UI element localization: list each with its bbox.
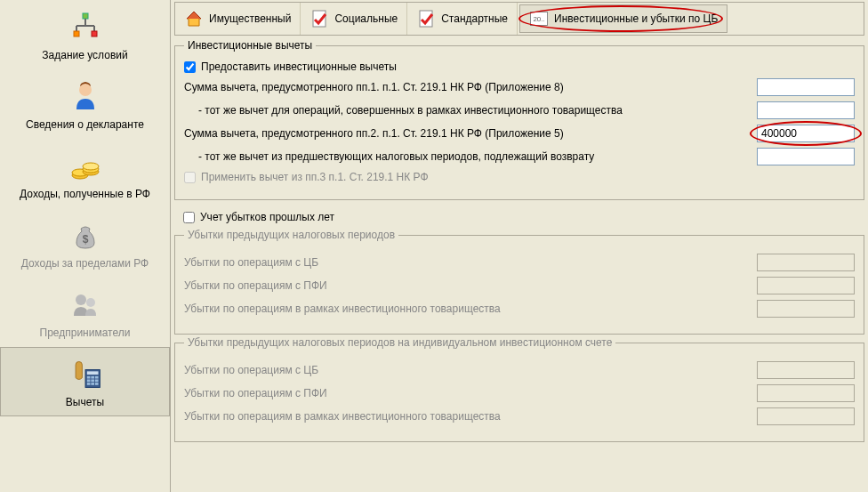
tab-label: Стандартные	[441, 12, 508, 25]
apply-pp3-checkbox	[184, 172, 196, 183]
loss-cb-input	[757, 361, 855, 379]
content: Инвестиционные вычеты Предоставить инвес…	[171, 37, 868, 492]
sidebar-item-conditions[interactable]: Задание условий	[0, 0, 170, 69]
sidebar-label: Доходы за пределами РФ	[21, 257, 149, 270]
svg-rect-24	[86, 383, 90, 385]
row2-label: Сумма вычета, предусмотренного пп.2. п.1…	[184, 127, 750, 140]
losses-group2: Убытки предыдущих налоговых периодов на …	[174, 336, 864, 442]
deductions-icon	[68, 357, 103, 392]
tab-investments[interactable]: 20.. Инвестиционные и убытки по ЦБ	[519, 4, 727, 33]
checkbox-label: Применить вычет из пп.3 п.1. Ст. 219.1 Н…	[201, 171, 429, 183]
tab-label: Имущественный	[209, 12, 291, 25]
row1-sub-input[interactable]	[757, 101, 855, 119]
sidebar-label: Сведения о декларанте	[26, 118, 144, 131]
house-icon	[184, 9, 204, 28]
apply-pp3-check: Применить вычет из пп.3 п.1. Ст. 219.1 Н…	[184, 171, 855, 183]
sidebar-label: Доходы, полученные в РФ	[20, 188, 150, 200]
main: Имущественный Социальные Стандартные 20.…	[171, 0, 868, 492]
svg-rect-19	[91, 376, 94, 379]
money-bag-icon: $	[68, 218, 103, 254]
loss-pfi-label: Убытки по операциям с ПФИ	[184, 279, 750, 292]
row2-input[interactable]	[757, 125, 855, 142]
tab-label: Социальные	[334, 12, 398, 25]
sidebar-label: Задание условий	[42, 49, 127, 61]
loss-cb-label: Убытки по операциям с ЦБ	[184, 256, 750, 269]
svg-point-12	[83, 163, 99, 170]
svg-rect-23	[94, 379, 98, 382]
svg-rect-25	[91, 383, 94, 385]
svg-rect-26	[94, 383, 98, 385]
provide-deductions-check[interactable]: Предоставить инвестиционные вычеты	[184, 60, 855, 73]
svg-rect-6	[92, 31, 97, 36]
svg-rect-0	[83, 13, 88, 19]
group-legend: Убытки предыдущих налоговых периодов	[184, 229, 398, 241]
check-doc-icon	[416, 9, 436, 28]
invest-deductions-group: Инвестиционные вычеты Предоставить инвес…	[174, 39, 864, 200]
svg-rect-18	[86, 376, 90, 379]
checkbox-label: Учет убытков прошлых лет	[200, 211, 334, 223]
person-icon	[68, 79, 103, 115]
svg-rect-21	[86, 379, 90, 382]
row1-input[interactable]	[757, 78, 855, 96]
loss-partnership-label: Убытки по операциям в рамках инвестицион…	[184, 410, 750, 423]
conditions-icon	[68, 10, 103, 45]
sidebar-label: Предприниматели	[40, 327, 131, 339]
row2-sub-input[interactable]	[757, 148, 855, 165]
sidebar-item-entrepreneurs[interactable]: Предприниматели	[0, 278, 170, 347]
loss-partnership-input	[757, 407, 855, 425]
checkbox-label: Предоставить инвестиционные вычеты	[201, 60, 397, 73]
sidebar-item-deductions[interactable]: Вычеты	[0, 347, 170, 416]
loss-pfi-input	[757, 384, 855, 402]
svg-point-15	[86, 298, 95, 307]
coins-icon	[68, 149, 103, 184]
chart-icon: 20..	[529, 9, 549, 28]
loss-pfi-label: Убытки по операциям с ПФИ	[184, 387, 750, 399]
sidebar-item-income-rf[interactable]: Доходы, полученные в РФ	[0, 139, 170, 208]
people-icon	[68, 287, 103, 323]
tab-standard[interactable]: Стандартные	[407, 3, 518, 35]
loss-cb-input	[757, 254, 855, 271]
tab-property[interactable]: Имущественный	[175, 3, 301, 35]
loss-partnership-input	[757, 300, 855, 318]
row1-label: Сумма вычета, предусмотренного пп.1. п.1…	[184, 81, 750, 93]
account-losses-check[interactable]: Учет убытков прошлых лет	[183, 211, 864, 223]
tab-label: Инвестиционные и убытки по ЦБ	[554, 12, 718, 25]
svg-rect-17	[86, 371, 98, 375]
sidebar-item-income-foreign[interactable]: $ Доходы за пределами РФ	[0, 208, 170, 278]
svg-rect-20	[94, 376, 98, 379]
loss-partnership-label: Убытки по операциям в рамках инвестицион…	[184, 302, 750, 315]
losses-group1: Убытки предыдущих налоговых периодов Убы…	[174, 229, 864, 335]
sidebar-item-declarant[interactable]: Сведения о декларанте	[0, 69, 170, 139]
group-legend: Инвестиционные вычеты	[184, 39, 316, 52]
provide-checkbox[interactable]	[184, 61, 196, 73]
group-legend: Убытки предыдущих налоговых периодов на …	[184, 336, 615, 349]
account-losses-checkbox[interactable]	[183, 212, 195, 223]
row2-sub-label: - тот же вычет из предшествующих налогов…	[198, 150, 750, 163]
tab-social[interactable]: Социальные	[301, 3, 407, 35]
toolbar: Имущественный Социальные Стандартные 20.…	[174, 2, 864, 36]
row1-sub-label: - тот же вычет для операций, совершенных…	[198, 104, 750, 117]
sidebar: Задание условий Сведения о декларанте	[0, 0, 171, 492]
svg-point-14	[76, 294, 86, 305]
svg-text:$: $	[82, 233, 88, 246]
svg-rect-22	[91, 379, 94, 382]
sidebar-label: Вычеты	[66, 396, 104, 408]
svg-rect-5	[74, 31, 79, 36]
check-doc-icon	[309, 9, 329, 28]
loss-pfi-input	[757, 277, 855, 294]
svg-point-7	[79, 84, 92, 96]
loss-cb-label: Убытки по операциям с ЦБ	[184, 364, 750, 376]
